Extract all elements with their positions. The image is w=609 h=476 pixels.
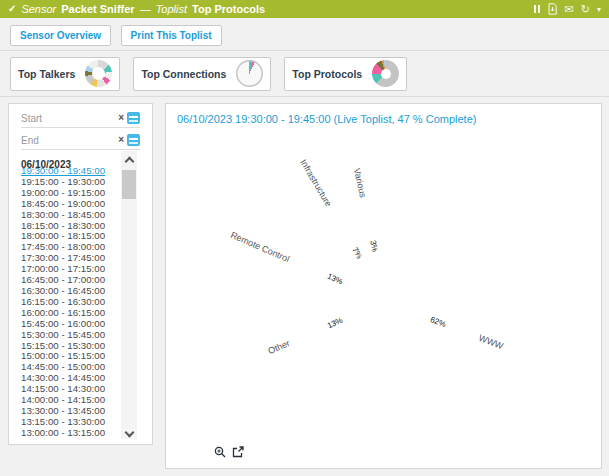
slice-label: Various — [351, 167, 367, 198]
toolbar: Sensor Overview Print This Toplist — [0, 18, 609, 51]
interval-list-scrollbar[interactable] — [121, 151, 137, 439]
refresh-icon[interactable]: ↻ — [581, 4, 590, 15]
sensor-kind-label: Sensor — [21, 0, 56, 18]
slice-label: Remote Control — [230, 230, 292, 264]
pause-icon[interactable] — [534, 5, 540, 13]
time-interval-item[interactable]: 15:30:00 - 15:45:00 — [21, 330, 121, 341]
toplist-tab-label: Top Protocols — [292, 68, 362, 80]
start-date-input[interactable] — [21, 113, 118, 124]
toplist-tab-top-protocols[interactable]: Top Protocols — [284, 57, 407, 91]
end-date-input[interactable] — [21, 135, 118, 146]
chevron-up-icon — [124, 157, 134, 167]
interval-filter-panel: × × 06/10/2023 19:30:00 - 19:45:0019:15:… — [8, 103, 153, 445]
time-interval-item[interactable]: 18:30:00 - 18:45:00 — [21, 210, 121, 221]
slice-label: WWW — [477, 333, 504, 352]
time-interval-item[interactable]: 18:45:00 - 19:00:00 — [21, 199, 121, 210]
clear-start-icon[interactable]: × — [118, 113, 124, 123]
slice-label: Infrastructure — [299, 158, 335, 209]
prtg-toplist-page: ✓ Sensor Packet Sniffer — Toplist Top Pr… — [0, 0, 609, 476]
calendar-icon[interactable] — [127, 112, 140, 124]
print-toplist-button[interactable]: Print This Toplist — [121, 25, 222, 46]
donut-chart-hole — [352, 267, 420, 335]
sensor-name-link[interactable]: Packet Sniffer — [61, 0, 134, 18]
top-talkers-mini-pie-icon — [85, 60, 112, 87]
donut-chart: WWW62%Other13%Remote Control13%Infrastru… — [166, 104, 601, 468]
chevron-down-icon[interactable]: ▾ — [597, 4, 601, 15]
email-icon[interactable]: ✉ — [565, 4, 574, 15]
toplist-tab-label: Top Connections — [141, 68, 226, 80]
toplist-tab-top-talkers[interactable]: Top Talkers — [10, 57, 120, 91]
toplist-tab-top-connections[interactable]: Top Connections — [133, 57, 271, 91]
chart-controls — [214, 446, 244, 458]
slice-label: Other — [266, 338, 291, 356]
time-interval-item[interactable]: 13:00:00 - 13:15:00 — [21, 428, 121, 439]
main-area: × × 06/10/2023 19:30:00 - 19:45:0019:15:… — [0, 97, 609, 476]
start-date-row: × — [21, 112, 140, 128]
toplist-kind-label: Toplist — [156, 0, 187, 18]
top-protocols-mini-pie-icon — [372, 60, 399, 87]
end-date-row: × — [21, 134, 140, 150]
report-icon[interactable] — [547, 3, 558, 15]
slice-pct: 3% — [368, 240, 379, 253]
chevron-down-icon — [124, 427, 134, 437]
toplist-tab-label: Top Talkers — [18, 68, 75, 80]
toplist-name-label: Top Protocols — [192, 0, 265, 18]
sensor-ok-check-icon: ✓ — [8, 0, 16, 18]
breadcrumb-separator: — — [140, 0, 151, 18]
scroll-up-button[interactable] — [121, 151, 137, 167]
scrollbar-thumb[interactable] — [122, 170, 136, 199]
clear-end-icon[interactable]: × — [118, 135, 124, 145]
titlebar-actions: ✉ ↻ ▾ — [534, 3, 601, 15]
calendar-icon[interactable] — [127, 134, 140, 146]
sensor-overview-button[interactable]: Sensor Overview — [10, 25, 111, 46]
zoom-icon[interactable] — [214, 446, 226, 458]
toplist-chart-panel: 06/10/2023 19:30:00 - 19:45:00 (Live Top… — [165, 103, 602, 469]
time-interval-list: 19:30:00 - 19:45:0019:15:00 - 19:30:0019… — [21, 166, 121, 439]
top-connections-mini-pie-icon — [236, 60, 263, 87]
titlebar: ✓ Sensor Packet Sniffer — Toplist Top Pr… — [0, 0, 609, 18]
open-in-new-window-icon[interactable] — [232, 446, 244, 458]
time-interval-item[interactable]: 15:45:00 - 16:00:00 — [21, 319, 121, 330]
scroll-down-button[interactable] — [121, 423, 137, 439]
toplist-tabs: Top Talkers Top Connections Top Protocol… — [0, 51, 609, 97]
